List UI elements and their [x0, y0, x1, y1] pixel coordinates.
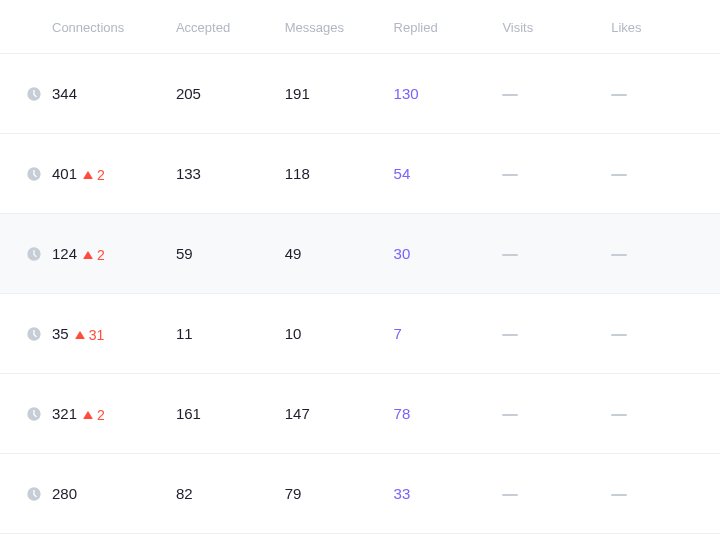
replied-value: 30 [394, 245, 411, 262]
cell-accepted: 205 [176, 85, 285, 102]
metrics-table: Connections Accepted Messages Replied Vi… [0, 0, 720, 534]
header-replied[interactable]: Replied [394, 20, 438, 35]
cell-visits [502, 406, 611, 422]
row-status-icon-cell [0, 486, 52, 502]
empty-indicator [611, 174, 627, 177]
cell-connections: 3531 [52, 325, 176, 343]
warning-count: 2 [97, 167, 105, 183]
cell-likes [611, 86, 720, 102]
cell-visits [502, 486, 611, 502]
table-row[interactable]: 280827933 [0, 454, 720, 534]
empty-indicator [502, 174, 518, 177]
cell-accepted: 11 [176, 325, 285, 342]
cell-messages: 10 [285, 325, 394, 342]
warning-badge: 2 [83, 167, 105, 183]
empty-indicator [611, 494, 627, 497]
empty-indicator [611, 94, 627, 97]
accepted-value: 82 [176, 485, 193, 502]
warning-badge: 2 [83, 407, 105, 423]
table-row[interactable]: 321216114778 [0, 374, 720, 454]
header-likes[interactable]: Likes [611, 20, 641, 35]
warning-icon [75, 331, 85, 339]
warning-badge: 31 [75, 327, 105, 343]
cell-connections: 344 [52, 85, 176, 102]
header-accepted[interactable]: Accepted [176, 20, 230, 35]
empty-indicator [502, 254, 518, 257]
cell-replied: 33 [394, 485, 503, 502]
clock-icon [26, 406, 42, 422]
empty-indicator [502, 414, 518, 417]
cell-visits [502, 86, 611, 102]
connections-value: 124 [52, 245, 77, 262]
table-body: 344205191130 401213311854 1242594930 353… [0, 54, 720, 534]
empty-indicator [611, 334, 627, 337]
empty-indicator [611, 254, 627, 257]
table-row[interactable]: 1242594930 [0, 214, 720, 294]
cell-connections: 3212 [52, 405, 176, 423]
cell-accepted: 133 [176, 165, 285, 182]
warning-count: 2 [97, 247, 105, 263]
warning-icon [83, 411, 93, 419]
cell-replied: 7 [394, 325, 503, 342]
header-connections[interactable]: Connections [52, 20, 124, 35]
cell-likes [611, 486, 720, 502]
cell-replied: 54 [394, 165, 503, 182]
clock-icon [26, 86, 42, 102]
empty-indicator [502, 334, 518, 337]
accepted-value: 161 [176, 405, 201, 422]
replied-value: 7 [394, 325, 402, 342]
messages-value: 147 [285, 405, 310, 422]
accepted-value: 11 [176, 325, 193, 342]
cell-connections: 4012 [52, 165, 176, 183]
messages-value: 79 [285, 485, 302, 502]
cell-messages: 147 [285, 405, 394, 422]
cell-connections: 280 [52, 485, 176, 502]
row-status-icon-cell [0, 246, 52, 262]
cell-replied: 30 [394, 245, 503, 262]
table-header-row: Connections Accepted Messages Replied Vi… [0, 0, 720, 54]
empty-indicator [502, 494, 518, 497]
replied-value: 33 [394, 485, 411, 502]
clock-icon [26, 166, 42, 182]
messages-value: 10 [285, 325, 302, 342]
cell-messages: 49 [285, 245, 394, 262]
row-status-icon-cell [0, 406, 52, 422]
messages-value: 49 [285, 245, 302, 262]
accepted-value: 59 [176, 245, 193, 262]
warning-icon [83, 171, 93, 179]
cell-visits [502, 326, 611, 342]
cell-replied: 130 [394, 85, 503, 102]
replied-value: 54 [394, 165, 411, 182]
header-visits[interactable]: Visits [502, 20, 533, 35]
warning-icon [83, 251, 93, 259]
cell-likes [611, 246, 720, 262]
row-status-icon-cell [0, 166, 52, 182]
cell-accepted: 59 [176, 245, 285, 262]
clock-icon [26, 326, 42, 342]
cell-accepted: 161 [176, 405, 285, 422]
messages-value: 191 [285, 85, 310, 102]
clock-icon [26, 246, 42, 262]
table-row[interactable]: 401213311854 [0, 134, 720, 214]
connections-value: 35 [52, 325, 69, 342]
cell-likes [611, 406, 720, 422]
messages-value: 118 [285, 165, 310, 182]
accepted-value: 133 [176, 165, 201, 182]
table-row[interactable]: 353111107 [0, 294, 720, 374]
row-status-icon-cell [0, 326, 52, 342]
cell-messages: 191 [285, 85, 394, 102]
clock-icon [26, 486, 42, 502]
empty-indicator [502, 94, 518, 97]
connections-value: 401 [52, 165, 77, 182]
cell-visits [502, 166, 611, 182]
row-status-icon-cell [0, 86, 52, 102]
connections-value: 321 [52, 405, 77, 422]
table-row[interactable]: 344205191130 [0, 54, 720, 134]
header-messages[interactable]: Messages [285, 20, 344, 35]
cell-accepted: 82 [176, 485, 285, 502]
replied-value: 78 [394, 405, 411, 422]
cell-visits [502, 246, 611, 262]
cell-likes [611, 326, 720, 342]
cell-replied: 78 [394, 405, 503, 422]
accepted-value: 205 [176, 85, 201, 102]
